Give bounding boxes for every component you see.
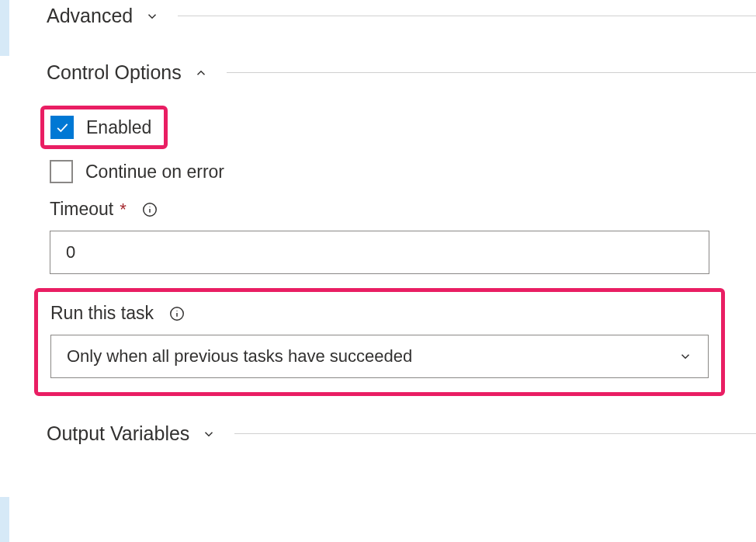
chevron-down-icon [677,348,694,365]
info-icon[interactable] [168,304,186,323]
chevron-up-icon [192,64,210,82]
enabled-checkbox[interactable] [50,116,74,139]
section-header-output-variables[interactable]: Output Variables [47,422,756,445]
divider [227,72,756,73]
divider [234,433,756,434]
run-this-task-label: Run this task [50,303,154,324]
run-this-task-selected-value: Only when all previous tasks have succee… [67,346,412,367]
info-icon[interactable] [140,200,159,219]
left-rail [0,0,9,542]
timeout-label-row: Timeout * [50,199,709,220]
divider [178,16,756,16]
section-title-advanced: Advanced [47,5,133,27]
chevron-down-icon [200,426,217,443]
timeout-input[interactable] [50,231,709,274]
enabled-label: Enabled [86,117,151,138]
svg-point-5 [176,310,177,311]
control-options-body: Enabled Continue on error Timeout * Run … [50,106,709,396]
section-title-control-options: Control Options [47,61,182,84]
section-header-control-options[interactable]: Control Options [47,61,756,84]
continue-on-error-label: Continue on error [85,162,224,182]
continue-on-error-row: Continue on error [50,160,709,183]
section-header-advanced[interactable]: Advanced [47,5,756,27]
required-indicator: * [120,200,127,219]
continue-on-error-checkbox[interactable] [50,160,73,183]
run-this-task-select[interactable]: Only when all previous tasks have succee… [50,335,709,378]
timeout-label: Timeout * [50,199,127,220]
run-this-task-label-row: Run this task [50,303,709,324]
svg-point-2 [149,206,150,207]
highlight-run-this-task: Run this task Only when all previous tas… [34,288,725,396]
section-title-output-variables: Output Variables [47,422,189,445]
highlight-enabled: Enabled [40,106,168,149]
chevron-down-icon [144,8,161,25]
